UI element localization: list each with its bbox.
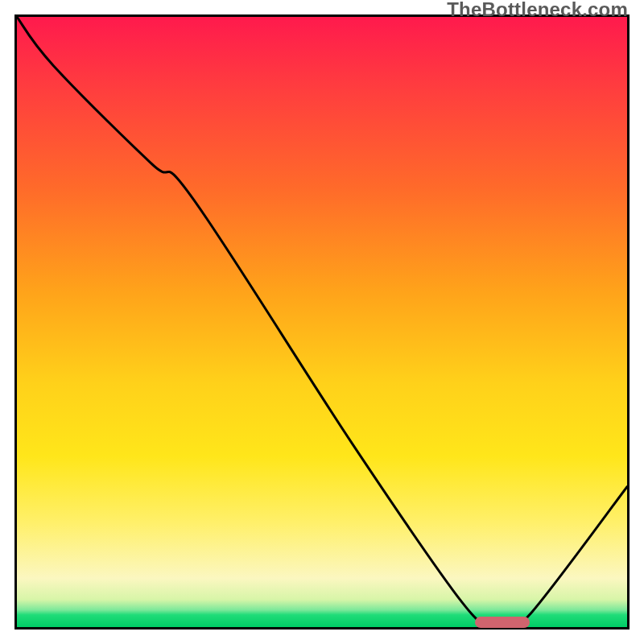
bottleneck-chart: TheBottleneck.com (0, 0, 644, 644)
curve-svg (17, 17, 627, 627)
optimal-range-marker (475, 617, 530, 628)
watermark-text: TheBottleneck.com (447, 0, 628, 21)
bottleneck-curve-path (17, 17, 627, 627)
plot-area (14, 14, 630, 630)
